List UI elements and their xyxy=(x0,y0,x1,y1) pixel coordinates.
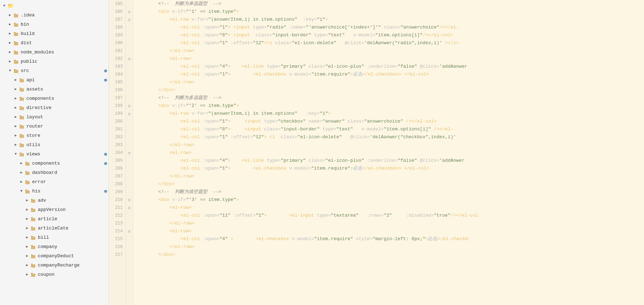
sidebar-item-error[interactable]: ▶ error xyxy=(0,177,108,187)
sidebar-item-components[interactable]: ▶ components xyxy=(0,94,108,103)
assets-folder-icon xyxy=(19,87,25,92)
svg-rect-17 xyxy=(25,172,30,175)
bill-label: bill xyxy=(38,234,107,242)
api-label: api xyxy=(26,76,103,84)
views-arrow-icon: ▼ xyxy=(13,150,19,158)
gutter-196 xyxy=(126,86,133,94)
store-arrow-icon: ▶ xyxy=(13,132,19,140)
adv-label: adv xyxy=(38,197,107,205)
sidebar-item-build[interactable]: ▶ build xyxy=(0,29,108,38)
svg-rect-11 xyxy=(20,116,24,119)
node_modules-folder-icon xyxy=(13,50,19,55)
sidebar-item-layout[interactable]: ▶ layout xyxy=(0,113,108,122)
gutter-210[interactable]: ⊟ xyxy=(126,196,133,204)
gutter-187[interactable]: ⊟ xyxy=(126,16,133,24)
sidebar-item-directive[interactable]: ▶ directive xyxy=(0,103,108,113)
sidebar-item-his[interactable]: ▼ his xyxy=(0,187,108,196)
articleCate-folder-icon xyxy=(30,226,36,231)
svg-rect-5 xyxy=(14,61,18,64)
coupon-folder-icon xyxy=(30,272,36,277)
code-content[interactable]: <!-- 判断为单选题型 --> <div v-if="'1' == item.… xyxy=(133,0,644,305)
assets-label: assets xyxy=(26,86,107,93)
svg-rect-25 xyxy=(31,246,35,249)
error-folder-icon xyxy=(24,180,31,185)
line-number-207: 207 xyxy=(109,172,126,180)
root-project[interactable]: ▼ 📁 xyxy=(0,1,108,11)
svg-rect-7 xyxy=(20,79,24,82)
sidebar-item-store[interactable]: ▶ store xyxy=(0,131,108,140)
sidebar-item-dist[interactable]: ▶ dist xyxy=(0,38,108,48)
sidebar-item-appVersion[interactable]: ▶ appVersion xyxy=(0,205,108,214)
sidebar-item-src[interactable]: ▼ src xyxy=(0,66,108,76)
svg-rect-14 xyxy=(20,144,24,147)
src-badge xyxy=(104,69,107,72)
gutter-215 xyxy=(126,235,133,243)
sidebar-item-utils[interactable]: ▶ utils xyxy=(0,140,108,150)
code-line-190: <el-col :span="1" :offset="12"><i class=… xyxy=(136,39,641,47)
gutter-190 xyxy=(126,39,133,47)
articleCate-arrow-icon: ▶ xyxy=(24,224,30,232)
line-number-204: 204 xyxy=(109,149,126,157)
sidebar-item-assets[interactable]: ▶ assets xyxy=(0,85,108,94)
code-line-210: <div v-if="'3' == item.type"> xyxy=(136,196,641,204)
gutter-203 xyxy=(126,141,133,149)
line-number-187: 187 xyxy=(109,16,126,24)
svg-rect-9 xyxy=(20,98,24,101)
gutter-191 xyxy=(126,47,133,55)
appVersion-folder-icon xyxy=(30,207,36,212)
build-label: build xyxy=(21,30,107,38)
sidebar-item-idea[interactable]: ▶ .idea xyxy=(0,11,108,20)
api-folder-icon xyxy=(19,78,25,83)
gutter-204[interactable]: ⊟ xyxy=(126,149,133,157)
dist-label: dist xyxy=(21,39,107,47)
his-arrow-icon: ▼ xyxy=(19,187,24,195)
company-label: company xyxy=(38,243,107,251)
code-line-214: <el-row> xyxy=(136,227,641,235)
gutter-214[interactable]: ⊟ xyxy=(126,227,133,235)
file-tree-sidebar: ▼ 📁 ▶ .idea▶ bin▶ build▶ dist▶ node_modu… xyxy=(0,0,109,305)
sidebar-item-components2[interactable]: ▶ components xyxy=(0,159,108,168)
gutter-186[interactable]: ⊟ xyxy=(126,8,133,16)
svg-rect-1 xyxy=(14,24,18,27)
sidebar-item-router[interactable]: ▶ router xyxy=(0,122,108,131)
gutter-213 xyxy=(126,219,133,227)
sidebar-item-bill[interactable]: ▶ bill xyxy=(0,233,108,242)
gutter-199[interactable]: ⊟ xyxy=(126,110,133,118)
code-line-194: <el-col :span="1"> <el-checkbox v-model=… xyxy=(136,71,641,78)
sidebar-item-article[interactable]: ▶ article xyxy=(0,214,108,224)
companyRecharge-label: companyRecharge xyxy=(38,262,107,269)
gutter-217 xyxy=(126,251,133,259)
svg-rect-18 xyxy=(25,181,30,184)
adv-arrow-icon: ▶ xyxy=(24,197,30,205)
assets-arrow-icon: ▶ xyxy=(13,86,19,93)
public-label: public xyxy=(21,58,107,66)
sidebar-item-bin[interactable]: ▶ bin xyxy=(0,20,108,29)
gutter-216 xyxy=(126,243,133,251)
svg-rect-15 xyxy=(20,153,24,156)
gutter-198[interactable]: ⊟ xyxy=(126,102,133,110)
bin-folder-icon xyxy=(13,22,19,27)
sidebar-item-dashboard[interactable]: ▶ dashboard xyxy=(0,168,108,177)
line-number-198: 198 xyxy=(109,102,126,110)
line-number-197: 197 xyxy=(109,94,126,102)
code-line-195: </el-row> xyxy=(136,78,641,86)
sidebar-item-api[interactable]: ▶ api xyxy=(0,76,108,85)
gutter-192[interactable]: ⊟ xyxy=(126,55,133,63)
sidebar-item-adv[interactable]: ▶ adv xyxy=(0,196,108,205)
sidebar-item-views[interactable]: ▼ views xyxy=(0,150,108,159)
sidebar-item-articleCate[interactable]: ▶ articleCate xyxy=(0,224,108,233)
line-number-194: 194 xyxy=(109,71,126,78)
line-number-193: 193 xyxy=(109,63,126,71)
sidebar-item-public[interactable]: ▶ public xyxy=(0,57,108,66)
code-line-197: <!-- 判断为多选题型 --> xyxy=(136,94,641,102)
sidebar-item-company[interactable]: ▶ company xyxy=(0,242,108,252)
sidebar-item-companyRecharge[interactable]: ▶ companyRecharge xyxy=(0,261,108,270)
sidebar-item-node_modules[interactable]: ▶ node_modules xyxy=(0,48,108,57)
gutter-211[interactable]: ⊟ xyxy=(126,204,133,212)
store-folder-icon xyxy=(19,133,25,138)
svg-rect-16 xyxy=(25,162,30,166)
sidebar-item-companyDeduct[interactable]: ▶ companyDeduct xyxy=(0,252,108,261)
code-line-187: <el-row v-for="(answerItem,i) in item.op… xyxy=(136,16,641,24)
gutter-193 xyxy=(126,63,133,71)
sidebar-item-coupon[interactable]: ▶ coupon xyxy=(0,270,108,279)
